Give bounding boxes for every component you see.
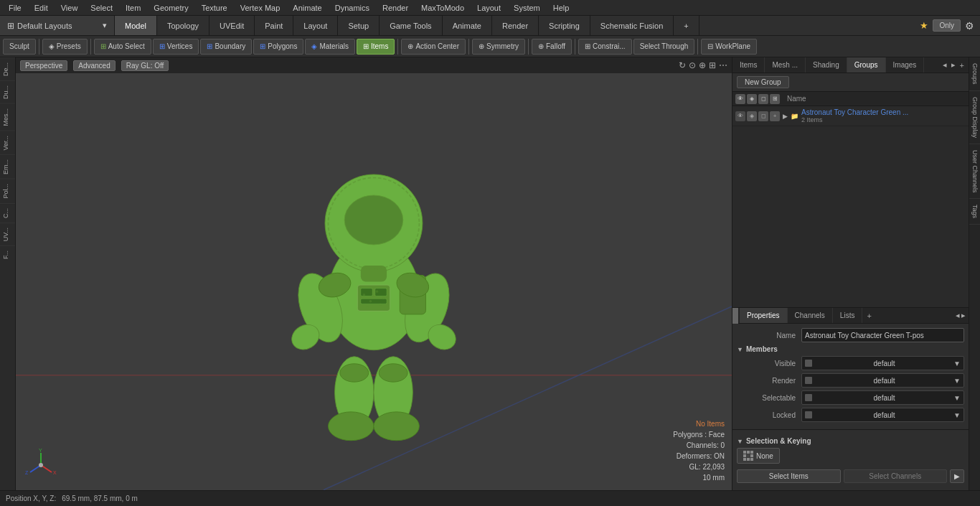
layout-dropdown[interactable]: ⊞ Default Layouts ▾ — [0, 16, 115, 35]
rp-tab-add[interactable]: + — [958, 61, 966, 70]
constrain-button[interactable]: ⊞ Constrai... — [578, 39, 632, 55]
select-items-button[interactable]: Select Items — [737, 469, 841, 483]
layout-tab-gametools[interactable]: Game Tools — [380, 16, 443, 35]
menu-animate[interactable]: Animate — [287, 2, 327, 14]
vp-icon-rotate[interactable]: ↻ — [679, 60, 686, 70]
left-tab-em[interactable]: Em... — [0, 154, 15, 179]
presets-button[interactable]: ◈ Presets — [42, 39, 88, 55]
selection-keying-header[interactable]: ▼ Selection & Keying — [737, 437, 964, 445]
group-item-astronaut[interactable]: 👁 ◈ ◻ + ▶ 📁 Astronaut Toy Character Gree… — [732, 106, 969, 126]
menu-layout[interactable]: Layout — [471, 2, 507, 14]
vp-icon-more[interactable]: ⋯ — [719, 60, 727, 70]
group-eye-icon[interactable]: 👁 — [735, 111, 745, 121]
layout-tab-animate[interactable]: Animate — [443, 16, 492, 35]
perspective-badge[interactable]: Perspective — [20, 60, 67, 71]
group-box-icon1[interactable]: ◻ — [758, 111, 768, 121]
rp-tab-mesh[interactable]: Mesh ... — [765, 57, 806, 72]
layout-tab-setup[interactable]: Setup — [338, 16, 380, 35]
auto-select-button[interactable]: ⊞ Auto Select — [94, 39, 151, 55]
rp-tab-shading[interactable]: Shading — [806, 57, 847, 72]
viewport[interactable]: Perspective Advanced Ray GL: Off ↻ ⊙ ⊕ ⊞… — [16, 57, 732, 490]
symmetry-button[interactable]: ⊕ Symmetry — [472, 39, 525, 55]
props-tab-add[interactable]: + — [862, 308, 875, 323]
edge-tab-groups[interactable]: Groups — [969, 57, 980, 91]
menu-texture[interactable]: Texture — [196, 2, 233, 14]
left-tab-poly[interactable]: Pol... — [0, 179, 15, 203]
menu-dynamics[interactable]: Dynamics — [329, 2, 375, 14]
left-tab-f[interactable]: F... — [0, 245, 15, 263]
edge-tab-tags[interactable]: Tags — [969, 199, 980, 225]
rp-tab-groups[interactable]: Groups — [847, 57, 886, 72]
ray-gl-badge[interactable]: Ray GL: Off — [121, 60, 169, 71]
polygons-button[interactable]: ⊞ Polygons — [253, 39, 303, 55]
group-cam-icon[interactable]: ◈ — [747, 111, 757, 121]
svg-point-24 — [366, 306, 369, 309]
new-group-button[interactable]: New Group — [737, 76, 789, 88]
locked-select[interactable]: default ▼ — [801, 408, 964, 422]
left-tab-deform[interactable]: De... — [0, 57, 15, 80]
gear-button[interactable]: ⚙ — [965, 20, 974, 32]
props-collapse-btn[interactable] — [732, 308, 738, 324]
props-tab-lists[interactable]: Lists — [833, 308, 863, 323]
rp-tab-items[interactable]: Items — [732, 57, 765, 72]
selectable-select[interactable]: default ▼ — [801, 390, 964, 405]
members-section-header[interactable]: ▼ Members — [737, 345, 964, 353]
boundary-button[interactable]: ⊞ Boundary — [200, 39, 252, 55]
layout-tab-add[interactable]: + — [674, 16, 699, 35]
edge-tab-group-display[interactable]: Group Display — [969, 91, 980, 144]
menu-file[interactable]: File — [3, 2, 27, 14]
edge-tab-user-channels[interactable]: User Channels — [969, 144, 980, 200]
menu-render[interactable]: Render — [377, 2, 414, 14]
visible-select[interactable]: default ▼ — [801, 356, 964, 370]
sculpt-button[interactable]: Sculpt — [3, 39, 36, 55]
group-box-icon2[interactable]: + — [770, 111, 780, 121]
only-button[interactable]: Only — [933, 19, 961, 32]
props-tab-channels[interactable]: Channels — [788, 308, 833, 323]
menu-maxtomodo[interactable]: MaxToModo — [415, 2, 470, 14]
vp-icon-maximize[interactable]: ⊞ — [709, 60, 716, 70]
layout-tab-model[interactable]: Model — [115, 16, 157, 35]
menu-view[interactable]: View — [55, 2, 84, 14]
menu-item[interactable]: Item — [120, 2, 146, 14]
items-button[interactable]: ⊞ Items — [357, 39, 395, 55]
layout-tab-render[interactable]: Render — [492, 16, 539, 35]
layout-tab-topology[interactable]: Topology — [157, 16, 209, 35]
rp-tab-images[interactable]: Images — [886, 57, 925, 72]
layout-tab-paint[interactable]: Paint — [255, 16, 293, 35]
workplane-button[interactable]: ⊟ WorkPlane — [701, 39, 757, 55]
left-tab-c[interactable]: C... — [0, 203, 15, 222]
layout-tab-layout[interactable]: Layout — [293, 16, 338, 35]
expand-right-btn[interactable]: ▸ — [950, 60, 957, 70]
vp-icon-settings[interactable]: ⊕ — [699, 60, 706, 70]
layout-tab-scripting[interactable]: Scripting — [539, 16, 590, 35]
left-tab-vertex[interactable]: Ver... — [0, 131, 15, 155]
sk-forward-btn[interactable]: ▶ — [950, 469, 964, 483]
select-channels-button[interactable]: Select Channels — [844, 469, 948, 483]
select-through-button[interactable]: Select Through — [633, 39, 695, 55]
props-tab-properties[interactable]: Properties — [740, 308, 788, 323]
left-tab-uv[interactable]: UV... — [0, 222, 15, 245]
advanced-badge[interactable]: Advanced — [73, 60, 115, 71]
layout-tab-schematic[interactable]: Schematic Fusion — [590, 16, 674, 35]
menu-geometry[interactable]: Geometry — [148, 2, 194, 14]
falloff-button[interactable]: ⊕ Falloff — [532, 39, 572, 55]
none-button[interactable]: None — [737, 448, 780, 464]
name-input[interactable] — [801, 328, 964, 342]
layout-tab-uvedit[interactable]: UVEdit — [209, 16, 255, 35]
expand-left-btn[interactable]: ◂ — [941, 60, 948, 70]
menu-system[interactable]: System — [508, 2, 546, 14]
menu-select[interactable]: Select — [85, 2, 118, 14]
left-tab-duplicate[interactable]: Du... — [0, 80, 15, 103]
vp-icon-camera[interactable]: ⊙ — [689, 60, 696, 70]
props-expand-left[interactable]: ◂ — [956, 311, 960, 320]
menu-vertex-map[interactable]: Vertex Map — [235, 2, 286, 14]
menu-edit[interactable]: Edit — [29, 2, 54, 14]
star-button[interactable]: ★ — [920, 20, 928, 31]
vertices-button[interactable]: ⊞ Vertices — [153, 39, 199, 55]
props-expand-right[interactable]: ▸ — [961, 311, 966, 320]
left-tab-mesh[interactable]: Mes... — [0, 103, 15, 131]
action-center-button[interactable]: ⊕ Action Center — [401, 39, 466, 55]
render-select[interactable]: default ▼ — [801, 373, 964, 388]
materials-button[interactable]: ◈ Materials — [305, 39, 355, 55]
menu-help[interactable]: Help — [547, 2, 575, 14]
